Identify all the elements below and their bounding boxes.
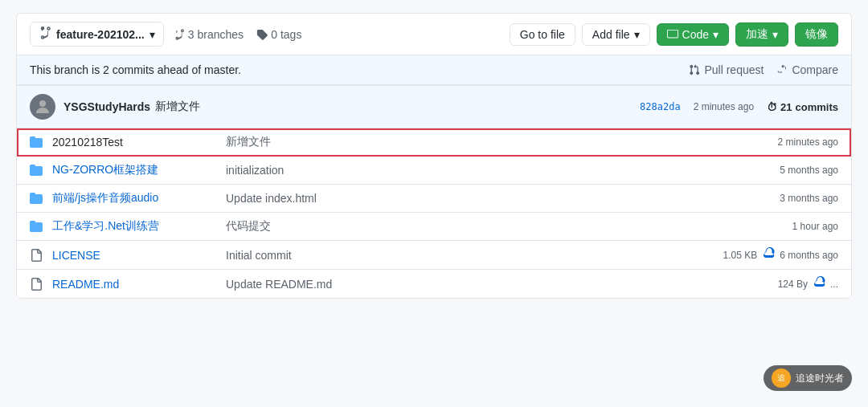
file-commit-msg: Update index.html xyxy=(213,192,780,205)
file-time: ... xyxy=(830,279,838,290)
code-label: Code xyxy=(682,28,709,41)
commits-label: commits xyxy=(796,101,838,113)
pull-request-label: Pull request xyxy=(704,63,764,76)
file-time: 1 hour ago xyxy=(792,221,838,232)
folder-icon xyxy=(30,220,46,233)
commit-meta: 828a2da 2 minutes ago ⏱ 21 commits xyxy=(640,101,838,113)
file-time: 6 months ago xyxy=(780,250,838,261)
repo-container: feature-202102... ▾ 3 branches 0 tags Go… xyxy=(16,13,852,299)
avatar xyxy=(30,94,55,120)
file-time: 3 months ago xyxy=(780,193,838,204)
folder-icon xyxy=(30,164,46,177)
clock-icon: ⏱ xyxy=(767,101,777,113)
folder-icon xyxy=(30,192,46,205)
file-row[interactable]: 20210218Test新增文件2 minutes ago xyxy=(17,128,851,157)
file-icon xyxy=(30,278,46,291)
file-commit-msg: Initial commit xyxy=(213,249,723,262)
commit-hash[interactable]: 828a2da xyxy=(640,101,681,112)
file-commit-msg: Update README.md xyxy=(213,278,778,291)
compare-action[interactable]: Compare xyxy=(776,63,838,76)
go-to-file-button[interactable]: Go to file xyxy=(510,23,575,46)
branch-dropdown-icon: ▾ xyxy=(149,28,155,41)
commit-message: 新增文件 xyxy=(155,100,200,114)
svg-point-0 xyxy=(39,100,46,107)
pull-request-action[interactable]: Pull request xyxy=(689,63,764,76)
branch-selector[interactable]: feature-202102... ▾ xyxy=(30,22,164,47)
file-name[interactable]: NG-ZORRO框架搭建 xyxy=(52,163,213,177)
file-size: 1.05 KB xyxy=(723,250,758,261)
toolbar: feature-202102... ▾ 3 branches 0 tags Go… xyxy=(17,14,851,55)
file-row[interactable]: README.mdUpdate README.md124 By... xyxy=(17,270,851,298)
commit-time: 2 minutes ago xyxy=(694,101,754,112)
add-file-dropdown-icon: ▾ xyxy=(634,28,640,41)
branch-name: feature-202102... xyxy=(56,28,145,41)
add-file-label: Add file xyxy=(592,28,630,41)
file-commit-msg: initialization xyxy=(213,164,780,177)
file-name[interactable]: 工作&学习.Net训练营 xyxy=(52,219,213,234)
commit-author[interactable]: YSGStudyHards xyxy=(63,100,150,113)
branch-icon xyxy=(39,26,51,42)
commits-count-link[interactable]: ⏱ 21 commits xyxy=(767,101,838,113)
branches-link[interactable]: 3 branches xyxy=(174,28,244,41)
file-time: 2 minutes ago xyxy=(778,136,838,148)
accelerate-dropdown-icon: ▾ xyxy=(772,28,778,41)
file-row[interactable]: NG-ZORRO框架搭建initialization5 months ago xyxy=(17,157,851,185)
tags-link[interactable]: 0 tags xyxy=(256,28,301,41)
code-button[interactable]: Code ▾ xyxy=(657,23,729,46)
cloud-download-icon[interactable] xyxy=(814,276,827,291)
branches-count: 3 xyxy=(188,28,194,41)
file-row[interactable]: LICENSEInitial commit1.05 KB6 months ago xyxy=(17,241,851,270)
file-row[interactable]: 工作&学习.Net训练营代码提交1 hour ago xyxy=(17,213,851,241)
file-name[interactable]: LICENSE xyxy=(52,249,213,262)
ahead-banner: This branch is 2 commits ahead of master… xyxy=(17,55,851,85)
commit-header: YSGStudyHards 新增文件 828a2da 2 minutes ago… xyxy=(17,85,851,128)
file-size: 124 By xyxy=(778,279,808,290)
file-name[interactable]: 前端/js操作音频audio xyxy=(52,191,213,206)
commits-number: 21 xyxy=(780,101,792,113)
accelerate-label: 加速 xyxy=(746,27,768,42)
ahead-message: This branch is 2 commits ahead of master… xyxy=(30,63,241,76)
accelerate-button[interactable]: 加速 ▾ xyxy=(735,22,788,47)
mirror-button[interactable]: 镜像 xyxy=(795,22,838,47)
tags-label: tags xyxy=(280,28,301,41)
file-name[interactable]: 20210218Test xyxy=(52,136,213,149)
cloud-download-icon[interactable] xyxy=(764,247,776,263)
file-time: 5 months ago xyxy=(780,165,838,176)
folder-icon xyxy=(30,136,46,149)
add-file-button[interactable]: Add file ▾ xyxy=(582,23,650,46)
commit-info: YSGStudyHards 新增文件 xyxy=(63,100,632,114)
ahead-banner-actions: Pull request Compare xyxy=(689,63,838,76)
action-buttons: Go to file Add file ▾ Code ▾ 加速 ▾ 镜像 xyxy=(510,22,838,47)
meta-links: 3 branches 0 tags xyxy=(174,28,302,41)
file-commit-msg: 代码提交 xyxy=(213,219,792,234)
tags-count: 0 xyxy=(271,28,277,41)
file-row[interactable]: 前端/js操作音频audioUpdate index.html3 months … xyxy=(17,185,851,213)
file-commit-msg: 新增文件 xyxy=(213,135,778,149)
code-dropdown-icon: ▾ xyxy=(713,28,719,41)
compare-label: Compare xyxy=(792,63,838,76)
file-icon xyxy=(30,249,46,262)
file-list: 20210218Test新增文件2 minutes agoNG-ZORRO框架搭… xyxy=(17,128,851,298)
file-name[interactable]: README.md xyxy=(52,278,213,291)
branches-label: branches xyxy=(198,28,244,41)
